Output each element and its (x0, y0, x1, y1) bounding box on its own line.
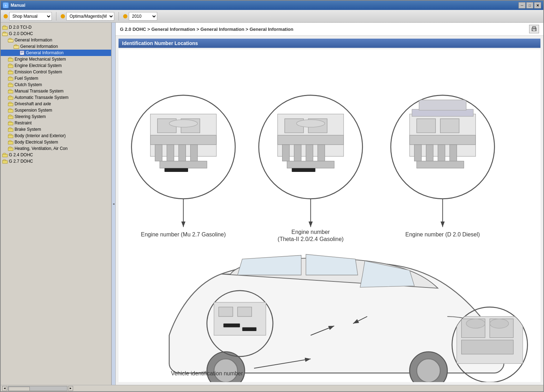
svg-text:S: S (5, 4, 7, 7)
manual-dropdown[interactable]: Shop Manual (9, 12, 52, 21)
close-button[interactable]: ✕ (534, 2, 541, 9)
bottom-bar: ◄ ► (1, 385, 543, 391)
folder-icon (8, 70, 13, 74)
folder-icon (8, 134, 13, 138)
engine2-label-1: Engine number (291, 229, 330, 235)
tree-item-d20tcid[interactable]: D 2.0 TCI-D (1, 24, 111, 30)
tree-item-auto_trans[interactable]: Automatic Transaxle System (1, 94, 111, 101)
tree-item-label: Fuel System (15, 76, 38, 81)
tree-item-suspension[interactable]: Suspension System (1, 107, 111, 113)
tree-item-g24dohc[interactable]: G 2.4 DOHC (1, 152, 111, 158)
tree-item-eng_mech[interactable]: Engine Mechanical System (1, 56, 111, 62)
folder-icon (8, 63, 13, 68)
model-selector: Optima/Magentis(M (61, 12, 114, 21)
engine-drawing-2 (278, 114, 344, 172)
transmission-drawing (457, 317, 523, 364)
page-icon (19, 50, 25, 55)
year-dropdown[interactable]: 2010 (129, 12, 157, 21)
tree-item-geninfo1[interactable]: General Information (1, 37, 111, 43)
tree-item-label: Restraint (15, 121, 32, 125)
tree-item-emission[interactable]: Emission Control System (1, 69, 111, 75)
scroll-track (8, 386, 67, 391)
maximize-button[interactable]: □ (526, 2, 533, 9)
tree-item-heating[interactable]: Heating, Ventilation, Air Con (1, 145, 111, 152)
main-layout: D 2.0 TCI-DG 2.0 DOHCGeneral Information… (1, 23, 543, 385)
tree-item-label: G 2.0 DOHC (9, 31, 33, 36)
tree-item-clutch[interactable]: Clutch System (1, 82, 111, 88)
svg-rect-21 (191, 145, 198, 161)
year-selector: 2010 (123, 12, 157, 21)
svg-rect-54 (237, 307, 252, 317)
year-dot (123, 14, 127, 18)
svg-point-22 (169, 120, 198, 127)
tree-item-label: G 2.7 DOHC (9, 159, 33, 164)
svg-rect-34 (287, 161, 334, 168)
tree-item-label: General Information (20, 44, 58, 49)
folder-icon (8, 108, 13, 113)
breadcrumb-bar: G 2.0 DOHC > General Information > Gener… (116, 23, 543, 36)
breadcrumb-path: G 2.0 DOHC > General Information > Gener… (120, 27, 293, 32)
svg-rect-17 (150, 135, 216, 145)
sidebar[interactable]: D 2.0 TCI-DG 2.0 DOHCGeneral Information… (1, 23, 111, 385)
print-button[interactable] (529, 25, 539, 33)
engine3-label: Engine number (D 2.0 Diesel) (405, 231, 480, 237)
folder-icon (8, 76, 13, 81)
tree-item-label: Clutch System (15, 82, 42, 87)
tree-item-geninfo2[interactable]: General Information (1, 43, 111, 50)
tree-item-manual_trans[interactable]: Manual Transaxle System (1, 88, 111, 94)
tree-item-label: Engine Electrical System (15, 63, 62, 68)
app-icon: S (3, 2, 9, 8)
tree-item-body_elec[interactable]: Body Electrical System (1, 139, 111, 145)
svg-rect-32 (318, 145, 325, 161)
tree-item-label: Body Electrical System (15, 140, 58, 145)
toolbar: Shop Manual Optima/Magentis(M 2010 (1, 10, 543, 23)
svg-rect-30 (294, 145, 301, 161)
manual-dot (4, 14, 8, 18)
minimize-button[interactable]: ─ (518, 2, 526, 9)
tree-item-brake[interactable]: Brake System (1, 126, 111, 133)
tree-item-steering[interactable]: Steering System (1, 113, 111, 120)
svg-rect-8 (533, 27, 535, 28)
h-scroll-area[interactable]: ◄ ► (2, 386, 73, 391)
folder-icon (13, 44, 19, 49)
scroll-thumb[interactable] (9, 387, 30, 391)
tree-item-restraint[interactable]: Restraint (1, 120, 111, 126)
folder-icon (8, 38, 13, 43)
folder-icon (8, 146, 13, 151)
svg-rect-42 (438, 145, 445, 161)
window-title: Manual (11, 3, 25, 8)
svg-rect-40 (414, 145, 422, 161)
tree-item-label: General Information (15, 38, 52, 43)
tree-item-label: Manual Transaxle System (15, 89, 64, 94)
folder-icon (8, 83, 13, 87)
tree-item-label: Steering System (15, 114, 46, 119)
main-window: S Manual ─ □ ✕ Shop Manual Optima/Magent… (0, 0, 544, 392)
tree-item-label: Engine Mechanical System (15, 57, 66, 62)
print-icon (531, 26, 537, 32)
folder-icon (8, 89, 13, 94)
tree-item-driveshaft[interactable]: Driveshaft and axle (1, 101, 111, 107)
tree-item-geninfo3[interactable]: General Information (1, 50, 111, 56)
toolbar-separator-1 (56, 12, 56, 21)
folder-icon (2, 153, 8, 157)
tree-item-g27dohc[interactable]: G 2.7 DOHC (1, 158, 111, 164)
tree-item-label: Suspension System (15, 108, 52, 113)
section-title: Identification Number Locations (119, 39, 540, 48)
scroll-left-btn[interactable]: ◄ (2, 386, 7, 391)
scroll-right-btn[interactable]: ► (68, 386, 73, 391)
tree-item-eng_elec[interactable]: Engine Electrical System (1, 62, 111, 69)
folder-icon (8, 114, 13, 119)
tree-item-fuel[interactable]: Fuel System (1, 75, 111, 82)
manual-selector: Shop Manual (4, 12, 52, 21)
svg-rect-60 (461, 340, 513, 354)
model-dropdown[interactable]: Optima/Magentis(M (66, 12, 114, 21)
svg-point-9 (535, 29, 536, 29)
tree-item-body_int[interactable]: Body (Interior and Exterior) (1, 133, 111, 139)
tree-item-label: Emission Control System (15, 69, 62, 74)
diagram-area: Engine number (Mu 2.7 Gasoline) Engine n… (119, 49, 540, 382)
tree-item-g20dohc[interactable]: G 2.0 DOHC (1, 30, 111, 37)
sidebar-collapse-handle[interactable] (111, 23, 116, 385)
engine-drawing-3 (410, 100, 476, 168)
car-diagram (169, 254, 504, 382)
engine2-label-2: (Theta-II 2.0/2.4 Gasoline) (278, 236, 344, 242)
